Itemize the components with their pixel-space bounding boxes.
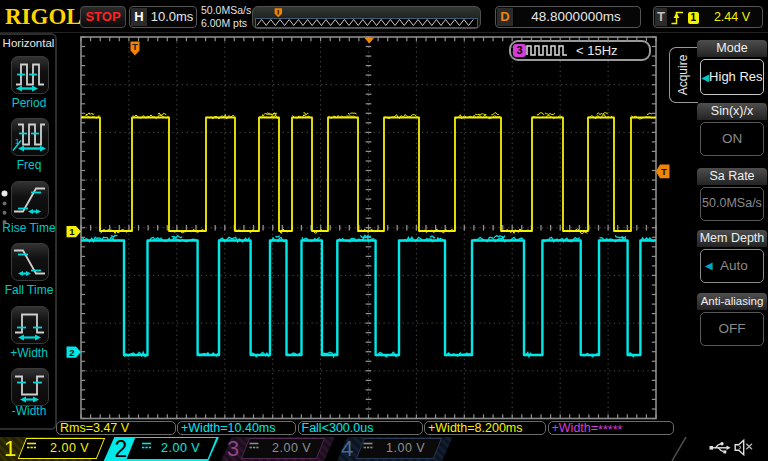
svg-text:2: 2 — [69, 347, 74, 358]
svg-text:T: T — [661, 166, 667, 177]
svg-text:1: 1 — [69, 226, 75, 237]
svg-text:T: T — [132, 41, 138, 52]
